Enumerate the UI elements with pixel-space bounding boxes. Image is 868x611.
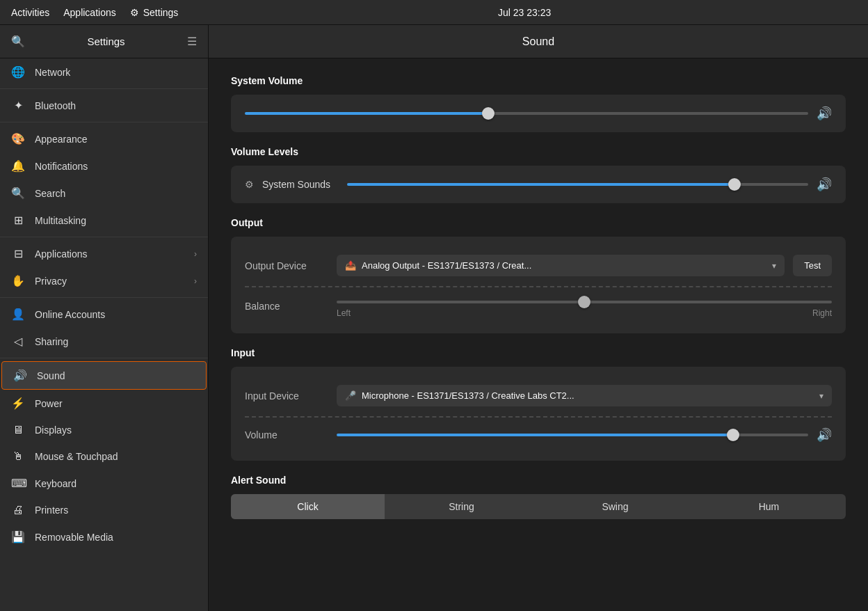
mouse-icon: 🖱 — [11, 450, 25, 463]
system-volume-card: 🔊 — [231, 95, 846, 132]
sidebar-item-label: Search — [35, 188, 197, 199]
volume-icon: 🔊 — [817, 106, 832, 121]
alert-btn-string[interactable]: String — [385, 494, 538, 519]
system-volume-slider[interactable] — [245, 112, 808, 115]
activities-button[interactable]: Activities — [11, 7, 49, 18]
sidebar-item-applications[interactable]: ⊟ Applications › — [0, 240, 208, 267]
sidebar-divider — [0, 88, 208, 89]
sound-icon: 🔊 — [13, 369, 27, 382]
sidebar-item-displays[interactable]: 🖥 Displays — [0, 417, 208, 443]
sidebar-divider — [0, 237, 208, 237]
output-device-label: Output Device — [245, 260, 328, 271]
power-icon: ⚡ — [11, 397, 25, 410]
alert-sound-title: Alert Sound — [231, 475, 846, 486]
topbar: Activities Applications ⚙ Settings Jul 2… — [0, 0, 868, 25]
hamburger-menu[interactable]: ☰ — [187, 35, 197, 48]
sidebar-item-appearance[interactable]: 🎨 Appearance — [0, 125, 208, 152]
sidebar-item-printers[interactable]: 🖨 Printers — [0, 497, 208, 523]
input-volume-slider[interactable] — [337, 434, 808, 436]
sidebar-item-privacy[interactable]: ✋ Privacy › — [0, 267, 208, 294]
balance-slider-container: Left Right — [337, 294, 832, 318]
sidebar-item-label: Keyboard — [35, 478, 197, 489]
sidebar-divider — [0, 358, 208, 358]
search-icon[interactable]: 🔍 — [11, 35, 25, 48]
sidebar-item-label: Applications — [35, 248, 184, 260]
output-device-dropdown[interactable]: 📤 Analog Output - ES1371/ES1373 / Creat.… — [337, 255, 785, 276]
separator — [245, 416, 832, 418]
sidebar-item-label: Displays — [35, 424, 197, 436]
input-device-text: Microphone - ES1371/ES1373 / Creative La… — [362, 390, 814, 401]
output-card: Output Device 📤 Analog Output - ES1371/E… — [231, 237, 846, 333]
sidebar-item-label: Network — [35, 67, 197, 78]
balance-right-label: Right — [812, 308, 832, 318]
sidebar-item-sound[interactable]: 🔊 Sound — [1, 361, 207, 390]
output-device-icon: 📤 — [345, 260, 356, 271]
settings-title: Settings — [33, 35, 179, 47]
volume-levels-card: ⚙ System Sounds 🔊 — [231, 166, 846, 203]
chevron-right-icon: › — [194, 276, 197, 286]
test-button[interactable]: Test — [793, 255, 832, 276]
alert-btn-click[interactable]: Click — [231, 494, 385, 519]
sidebar-item-sharing[interactable]: ◁ Sharing — [0, 328, 208, 355]
chevron-right-icon: › — [194, 249, 197, 259]
online-accounts-icon: 👤 — [11, 308, 25, 321]
input-card: Input Device 🎤 Microphone - ES1371/ES137… — [231, 367, 846, 461]
sidebar-item-mouse-touchpad[interactable]: 🖱 Mouse & Touchpad — [0, 443, 208, 470]
page-title: Sound — [209, 35, 868, 48]
sidebar-item-multitasking[interactable]: ⊞ Multitasking — [0, 207, 208, 234]
balance-label: Balance — [245, 301, 328, 312]
sidebar-item-keyboard[interactable]: ⌨ Keyboard — [0, 470, 208, 497]
output-title: Output — [231, 217, 846, 228]
input-title: Input — [231, 347, 846, 358]
sidebar-item-label: Removable Media — [35, 532, 197, 543]
output-device-row: Output Device 📤 Analog Output - ES1371/E… — [245, 248, 832, 283]
system-sounds-label: System Sounds — [262, 179, 339, 190]
chevron-down-icon: ▾ — [772, 261, 776, 271]
network-icon: 🌐 — [11, 65, 25, 79]
appearance-icon: 🎨 — [11, 132, 25, 145]
displays-icon: 🖥 — [11, 424, 25, 436]
output-device-text: Analog Output - ES1371/ES1373 / Creat... — [362, 260, 766, 271]
system-sounds-row: ⚙ System Sounds 🔊 — [245, 177, 832, 192]
balance-labels: Left Right — [337, 308, 832, 318]
sidebar-item-label: Power — [35, 398, 197, 409]
input-device-row: Input Device 🎤 Microphone - ES1371/ES137… — [245, 378, 832, 413]
sidebar-item-online-accounts[interactable]: 👤 Online Accounts — [0, 301, 208, 328]
keyboard-icon: ⌨ — [11, 477, 25, 490]
sidebar-item-label: Mouse & Touchpad — [35, 451, 197, 462]
search-icon: 🔍 — [11, 187, 25, 200]
sidebar-item-bluetooth[interactable]: ✦ Bluetooth — [0, 92, 208, 119]
mute-icon: 🔊 — [817, 177, 832, 192]
sidebar-item-label: Printers — [35, 505, 197, 516]
sidebar-header: 🔍 Settings ☰ — [0, 25, 209, 58]
sidebar-item-removable-media[interactable]: 💾 Removable Media — [0, 523, 208, 550]
sidebar-item-search[interactable]: 🔍 Search — [0, 180, 208, 207]
sharing-icon: ◁ — [11, 335, 25, 348]
sidebar-item-power[interactable]: ⚡ Power — [0, 390, 208, 417]
applications-menu[interactable]: Applications — [63, 7, 116, 18]
system-sounds-slider[interactable] — [347, 183, 808, 186]
sidebar-item-label: Appearance — [35, 134, 197, 145]
input-device-label: Input Device — [245, 390, 328, 402]
input-device-dropdown[interactable]: 🎤 Microphone - ES1371/ES1373 / Creative … — [337, 385, 832, 406]
chevron-down-icon: ▾ — [819, 391, 823, 401]
removable-media-icon: 💾 — [11, 530, 25, 543]
sidebar-item-label: Sharing — [35, 336, 197, 347]
balance-left-label: Left — [337, 308, 351, 318]
system-volume-title: System Volume — [231, 75, 846, 86]
datetime-display: Jul 23 23:23 — [192, 7, 857, 18]
applications-icon: ⊟ — [11, 247, 25, 260]
settings-menu[interactable]: ⚙ Settings — [130, 7, 179, 18]
sidebar-item-notifications[interactable]: 🔔 Notifications — [0, 152, 208, 180]
alert-btn-swing[interactable]: Swing — [538, 494, 692, 519]
alert-btn-hum[interactable]: Hum — [692, 494, 846, 519]
privacy-icon: ✋ — [11, 274, 25, 287]
sidebar: 🌐 Network ✦ Bluetooth 🎨 Appearance 🔔 Not… — [0, 58, 209, 611]
microphone-icon: 🎤 — [345, 390, 356, 401]
sidebar-item-label: Privacy — [35, 276, 184, 287]
sidebar-divider — [0, 122, 208, 122]
sidebar-item-network[interactable]: 🌐 Network — [0, 58, 208, 86]
balance-slider[interactable] — [337, 301, 832, 303]
printers-icon: 🖨 — [11, 504, 25, 516]
main-layout: 🌐 Network ✦ Bluetooth 🎨 Appearance 🔔 Not… — [0, 58, 868, 611]
